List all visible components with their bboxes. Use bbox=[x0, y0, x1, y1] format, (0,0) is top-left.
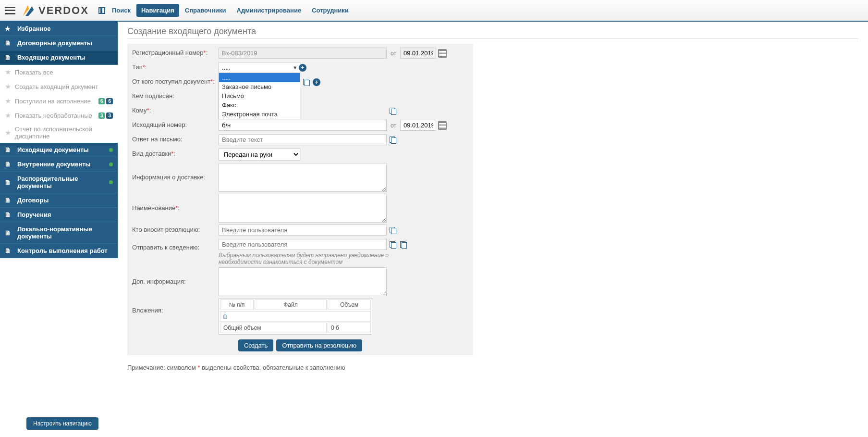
hamburger-menu[interactable] bbox=[5, 7, 15, 14]
sidebar-sub-item[interactable]: ★Показать все bbox=[0, 65, 118, 79]
brand-name: VERDOX bbox=[38, 4, 89, 17]
calendar-icon[interactable] bbox=[438, 49, 447, 58]
sidebar-item[interactable]: 🗎Входящие документы bbox=[0, 50, 118, 65]
add-type-button[interactable]: + bbox=[299, 64, 306, 72]
attachments-table: № п/п Файл Объем ⎙ Общий объем 0 б bbox=[219, 298, 372, 335]
upload-icon[interactable]: ⎙ bbox=[223, 313, 227, 320]
resolution-input[interactable] bbox=[219, 225, 387, 236]
nav-tab-0[interactable]: Поиск bbox=[107, 4, 135, 17]
nav-tab-4[interactable]: Сотрудники bbox=[307, 4, 354, 17]
copy-icon[interactable] bbox=[302, 78, 311, 87]
copy-icon[interactable] bbox=[389, 226, 397, 235]
nav-tab-2[interactable]: Справочники bbox=[180, 4, 231, 17]
send-resolution-button[interactable]: Отправить на резолюцию bbox=[276, 339, 362, 351]
type-dropdown[interactable]: .....Заказное письмоПисьмоФаксЭлектронна… bbox=[219, 73, 300, 119]
copy-icon[interactable] bbox=[389, 136, 397, 144]
type-select[interactable] bbox=[219, 62, 300, 73]
list-icon[interactable] bbox=[399, 240, 408, 249]
reg-num-input[interactable] bbox=[219, 48, 387, 59]
delivery-select[interactable]: Передан на руки bbox=[219, 149, 300, 161]
sidebar-sub-item[interactable]: ★Отчет по исполнительской дисциплине bbox=[0, 123, 118, 143]
copy-icon[interactable] bbox=[389, 240, 397, 249]
sidebar-sub-item[interactable]: ★Создать входящий документ bbox=[0, 79, 118, 94]
footnote: Примечание: символом * выделены свойства… bbox=[127, 364, 858, 371]
send-info-input[interactable] bbox=[219, 239, 387, 250]
sidebar-item[interactable]: ★Избранное bbox=[0, 22, 118, 36]
logo-mark-icon bbox=[21, 3, 36, 18]
dropdown-option[interactable]: Факс bbox=[219, 100, 300, 110]
calendar-icon[interactable] bbox=[438, 121, 447, 130]
sidebar-item[interactable]: 🗎Внутренние документы bbox=[0, 157, 118, 172]
nav-tab-3[interactable]: Администрирование bbox=[232, 4, 306, 17]
delivery-info-textarea[interactable] bbox=[219, 163, 387, 192]
reg-date-input[interactable] bbox=[400, 48, 436, 59]
out-num-input[interactable] bbox=[219, 120, 387, 131]
sidebar-item[interactable]: 🗎Договорные документы bbox=[0, 36, 118, 50]
dropdown-option[interactable]: Заказное письмо bbox=[219, 82, 300, 91]
page-title: Создание входящего документа bbox=[127, 26, 858, 39]
reply-input[interactable] bbox=[219, 134, 387, 145]
sidebar-item[interactable]: 🗎Договоры bbox=[0, 193, 118, 208]
top-nav: ПоискНавигацияСправочникиАдминистрирован… bbox=[107, 4, 354, 17]
sidebar: ★Избранное🗎Договорные документы🗎Входящие… bbox=[0, 22, 118, 376]
create-button[interactable]: Создать bbox=[238, 339, 273, 351]
add-from-button[interactable]: + bbox=[313, 78, 320, 86]
form: Регистрационный номер*: от Тип*: ▾ + ...… bbox=[127, 44, 473, 355]
dropdown-option[interactable]: ..... bbox=[219, 73, 300, 82]
window-icon[interactable] bbox=[98, 7, 105, 14]
sidebar-sub-item[interactable]: ★Показать необработанные33 bbox=[0, 108, 118, 123]
sidebar-item[interactable]: 🗎Контроль выполнения работ bbox=[0, 244, 118, 258]
sidebar-sub-item[interactable]: ★Поступили на исполнение66 bbox=[0, 94, 118, 108]
sidebar-item[interactable]: 🗎Поручения bbox=[0, 208, 118, 222]
out-date-input[interactable] bbox=[400, 120, 436, 131]
content-area: Создание входящего документа Регистрацио… bbox=[118, 22, 868, 376]
nav-tab-1[interactable]: Навигация bbox=[136, 4, 179, 17]
sidebar-item[interactable]: 🗎Исходящие документы bbox=[0, 143, 118, 157]
sidebar-item[interactable]: 🗎Распорядительные документы bbox=[0, 172, 118, 193]
copy-icon[interactable] bbox=[389, 107, 397, 115]
logo: VERDOX bbox=[21, 3, 89, 18]
sidebar-item[interactable]: 🗎Локально-нормативные документы bbox=[0, 222, 118, 244]
dropdown-option[interactable]: Письмо bbox=[219, 91, 300, 100]
name-textarea[interactable] bbox=[219, 194, 387, 223]
extra-textarea[interactable] bbox=[219, 267, 387, 296]
dropdown-option[interactable]: Электронная почта bbox=[219, 110, 300, 119]
